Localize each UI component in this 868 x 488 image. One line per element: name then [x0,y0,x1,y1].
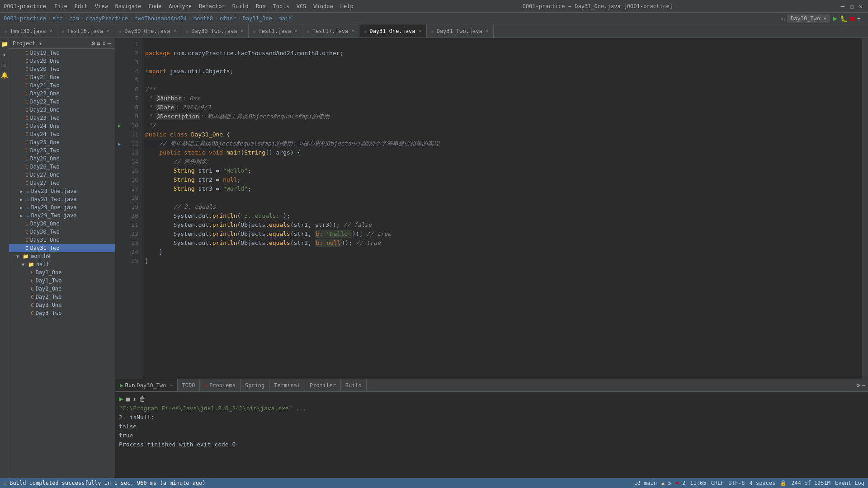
run-button[interactable]: ▶ [833,14,837,23]
navigate-back-icon[interactable]: ◁ [781,15,784,22]
breadcrumb-com[interactable]: com [69,15,79,22]
bottom-settings-icon[interactable]: ⚙ [856,382,860,389]
arrow-line-icon[interactable]: ▶ [118,141,121,146]
notifications-icon[interactable]: 🔔 [0,71,9,80]
tree-item-day22two[interactable]: C Day22_Two [9,98,115,106]
debug-button[interactable]: 🐛 [840,15,848,22]
tab-close-test17[interactable]: ✕ [352,28,354,33]
tree-item-day1one[interactable]: C Day1_One [9,268,115,277]
tab-close-test1[interactable]: ✕ [295,28,297,33]
menu-vcs[interactable]: VCS [294,2,309,10]
btab-profiler[interactable]: Profiler [305,379,341,391]
rerun-button[interactable]: ▶ [119,394,123,403]
menu-tools[interactable]: Tools [270,2,292,10]
breadcrumb-src[interactable]: src [53,15,63,22]
minimize-button[interactable]: ─ [839,3,846,10]
breadcrumb-main[interactable]: main [278,15,292,22]
tree-item-day26one[interactable]: C Day26_One [9,155,115,163]
tree-item-day27one[interactable]: C Day27_One [9,171,115,179]
encoding[interactable]: UTF-8 [728,480,745,486]
btab-problems[interactable]: ⚠ Problems [200,379,240,391]
tree-item-day3two[interactable]: C Day3_Two [9,309,115,317]
bookmark-icon[interactable]: ★ [2,50,7,59]
menu-help[interactable]: Help [338,2,356,10]
maximize-button[interactable]: ☐ [848,3,855,10]
tree-item-day29twojava[interactable]: ▶ ☕ Day29_Two.java [9,211,115,220]
run-tab-close[interactable]: ✕ [170,383,173,388]
tree-item-day26two[interactable]: C Day26_Two [9,163,115,171]
code-editor[interactable]: ▶ ▶ 1 2 3 4 [115,38,868,379]
btab-spring[interactable]: Spring [241,379,269,391]
bottom-minimize-icon[interactable]: — [862,382,865,389]
btab-build[interactable]: Build [341,379,367,391]
event-log[interactable]: Event Log [835,480,864,486]
tree-item-day30one[interactable]: C Day30_One [9,220,115,228]
sidebar-collapse-icon[interactable]: ≡ [97,40,101,47]
menu-build[interactable]: Build [230,2,251,10]
scroll-end-button[interactable]: ↓ [132,395,136,403]
breadcrumb-other[interactable]: other [220,15,236,22]
cursor-position[interactable]: 11:65 [690,480,706,486]
tree-item-day31one[interactable]: C Day31_One [9,236,115,244]
coverage-button[interactable]: ☂ [857,15,861,22]
tree-item-day30two[interactable]: C Day30_Two [9,228,115,236]
tab-day30one[interactable]: ☕ Day30_One.java ✕ [114,24,181,38]
tab-close-day30two[interactable]: ✕ [241,28,244,33]
tree-item-day31two[interactable]: C Day31_Two [9,244,115,252]
git-branch[interactable]: ⎇ main [634,480,657,486]
breadcrumb-month8[interactable]: month8 [193,15,213,22]
menu-window[interactable]: Window [311,2,335,10]
menu-edit[interactable]: Edit [72,2,90,10]
stop-button[interactable]: ■ [850,15,854,22]
tab-day31one[interactable]: ☕ Day31_One.java ✕ [359,24,426,38]
menu-analyze[interactable]: Analyze [166,2,194,10]
indent-setting[interactable]: 4 spaces [749,480,775,486]
btab-todo[interactable]: TODO [178,379,200,391]
tree-item-day24one[interactable]: C Day24_One [9,122,115,130]
tree-item-half[interactable]: ▼ 📁 half [9,260,115,268]
tree-item-day23two[interactable]: C Day23_Two [9,114,115,122]
tree-item-day20two[interactable]: C Day20_Two [9,65,115,73]
tab-day31two[interactable]: ☕ Day31_Two.java ✕ [427,24,494,38]
clear-button[interactable]: 🗑 [139,395,146,403]
tree-item-day1two[interactable]: C Day1_Two [9,277,115,285]
tree-item-day2two[interactable]: C Day2_Two [9,293,115,301]
menu-run[interactable]: Run [253,2,269,10]
run-line-icon[interactable]: ▶ [118,123,121,129]
tree-item-day23one[interactable]: C Day23_One [9,106,115,114]
menu-refactor[interactable]: Refactor [196,2,228,10]
tree-item-day29onejava[interactable]: ▶ ☕ Day29_One.java [9,203,115,211]
tab-day30two[interactable]: ☕ Day30_Two.java ✕ [181,24,248,38]
breadcrumb-project[interactable]: 0001-practice [4,15,46,22]
menu-code[interactable]: Code [146,2,164,10]
tree-item-day28twojava[interactable]: ▶ ☕ Day28_Two.java [9,195,115,203]
menu-file[interactable]: File [52,2,70,10]
run-config-label[interactable]: Day30_Two ▾ [787,14,830,23]
breadcrumb-day31one[interactable]: Day31_One [243,15,272,22]
menu-view[interactable]: View [92,2,111,10]
tree-item-day20one[interactable]: C Day20_One [9,57,115,65]
tree-item-day28onejava[interactable]: ▶ ☕ Day28_One.java [9,187,115,195]
tree-item-day25two[interactable]: C Day25_Two [9,146,115,155]
btab-run[interactable]: ▶ Run Day30_Two ✕ [115,379,178,391]
tree-item-day22one[interactable]: C Day22_One [9,89,115,98]
tab-test17[interactable]: ☕ Test17.java ✕ [302,24,360,38]
tree-item-day3one[interactable]: C Day3_One [9,301,115,309]
tree-item-day19two[interactable]: C Day19_Two [9,49,115,57]
tab-test30[interactable]: ☕ Test30.java ✕ [0,24,57,38]
warnings-count[interactable]: ▲ 5 [661,480,671,486]
menu-navigate[interactable]: Navigate [113,2,144,10]
tab-close-day30one[interactable]: ✕ [174,28,176,33]
code-content[interactable]: package com.crazyPractice.twoThousandAnd… [142,38,862,379]
tree-item-day2one[interactable]: C Day2_One [9,285,115,293]
project-icon[interactable]: 📁 [0,40,9,48]
tree-item-day24two[interactable]: C Day24_Two [9,130,115,138]
close-button[interactable]: ✕ [857,3,864,10]
tab-close-day31two[interactable]: ✕ [486,28,489,33]
tab-close-test30[interactable]: ✕ [50,28,52,33]
structure-icon[interactable]: ≡ [2,61,7,69]
sidebar-sort-icon[interactable]: ↕ [102,40,106,47]
sidebar-close-icon[interactable]: — [108,40,111,47]
stop-run-button[interactable]: ■ [126,395,130,403]
tree-item-day21one[interactable]: C Day21_One [9,73,115,81]
